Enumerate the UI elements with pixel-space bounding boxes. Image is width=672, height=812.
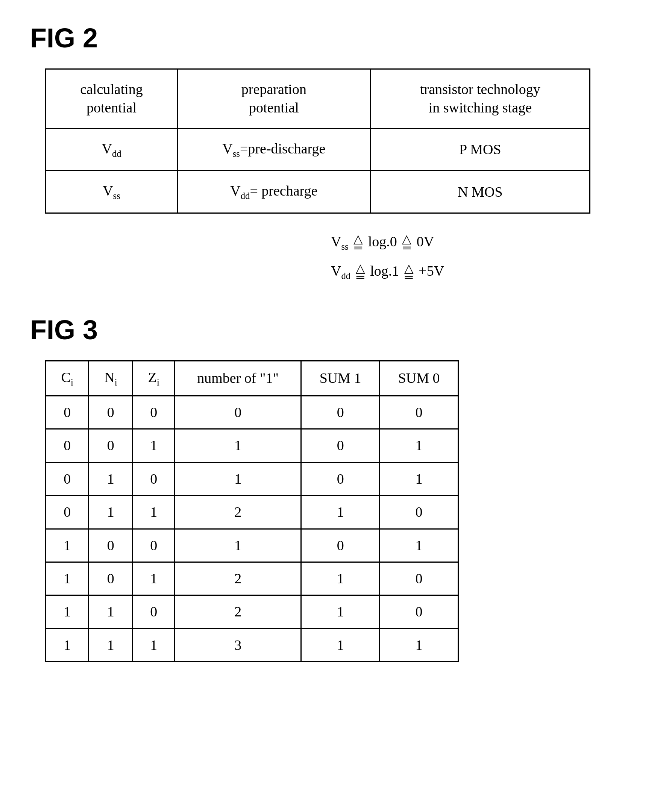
fig3-cell-3-3: 0 [133, 462, 175, 495]
fig3-cell-7-1: 1 [46, 595, 89, 628]
fig3-cell-5-1: 1 [46, 529, 89, 562]
fig3-row-4: 0 1 1 2 1 0 [46, 496, 459, 529]
fig3-cell-2-3: 1 [133, 429, 175, 462]
fig3-section: FIG 3 Ci Ni Zi number of "1" SUM 1 SUM 0… [30, 314, 642, 662]
fig3-cell-5-4: 1 [175, 529, 301, 562]
fig3-row-2: 0 0 1 1 0 1 [46, 429, 459, 462]
fig3-cell-8-1: 1 [46, 628, 89, 662]
fig3-cell-5-2: 0 [89, 529, 133, 562]
fig3-cell-4-1: 0 [46, 496, 89, 529]
fig3-cell-4-2: 1 [89, 496, 133, 529]
fig3-cell-6-2: 0 [89, 562, 133, 595]
fig3-cell-3-1: 0 [46, 462, 89, 495]
fig3-cell-1-3: 0 [133, 396, 175, 429]
fig3-cell-7-4: 2 [175, 595, 301, 628]
triangleq-icon-4: △ ═ [404, 264, 414, 281]
fig3-cell-1-6: 0 [380, 396, 459, 429]
fig3-cell-5-6: 1 [380, 529, 459, 562]
fig3-cell-6-4: 2 [175, 562, 301, 595]
fig2-header-col1: calculatingpotential [46, 69, 177, 129]
fig2-table: calculatingpotential preparationpotentia… [45, 68, 590, 213]
fig3-cell-8-5: 1 [301, 628, 380, 662]
fig3-cell-4-5: 1 [301, 496, 380, 529]
fig3-title: FIG 3 [30, 314, 642, 345]
fig3-cell-1-5: 0 [301, 396, 380, 429]
fig3-cell-2-6: 1 [380, 429, 459, 462]
fig3-cell-2-1: 0 [46, 429, 89, 462]
fig3-cell-4-4: 2 [175, 496, 301, 529]
fig3-cell-8-4: 3 [175, 628, 301, 662]
fig2-title: FIG 2 [30, 22, 642, 53]
fig2-cell-2-3: N MOS [370, 171, 590, 213]
fig3-cell-2-4: 1 [175, 429, 301, 462]
fig3-cell-7-2: 1 [89, 595, 133, 628]
fig3-cell-3-5: 0 [301, 462, 380, 495]
fig2-row-2: Vss Vdd= precharge N MOS [46, 171, 590, 213]
triangleq-icon-3: △ ═ [356, 264, 365, 281]
fig3-cell-7-3: 0 [133, 595, 175, 628]
fig3-cell-5-3: 0 [133, 529, 175, 562]
fig2-note-2-text: Vdd △ ═ log.1 △ ═ +5V [331, 258, 444, 284]
fig2-header-row: calculatingpotential preparationpotentia… [46, 69, 590, 129]
fig2-notes: Vss △ ═ log.0 △ ═ 0V Vdd △ ═ [331, 229, 642, 284]
fig3-header-row: Ci Ni Zi number of "1" SUM 1 SUM 0 [46, 361, 459, 396]
fig2-header-col2: preparationpotential [177, 69, 370, 129]
fig3-cell-3-4: 1 [175, 462, 301, 495]
fig3-header-sum0: SUM 0 [380, 361, 459, 396]
fig3-cell-8-2: 1 [89, 628, 133, 662]
fig3-header-zi: Zi [133, 361, 175, 396]
fig3-header-ci: Ci [46, 361, 89, 396]
fig3-cell-6-5: 1 [301, 562, 380, 595]
fig3-cell-6-6: 0 [380, 562, 459, 595]
triangleq-icon-1: △ ═ [353, 234, 363, 252]
fig3-cell-2-5: 0 [301, 429, 380, 462]
fig2-cell-2-1: Vss [46, 171, 177, 213]
fig3-cell-1-4: 0 [175, 396, 301, 429]
fig3-cell-8-3: 1 [133, 628, 175, 662]
fig2-cell-1-1: Vdd [46, 128, 177, 171]
fig2-cell-2-2: Vdd= precharge [177, 171, 370, 213]
fig3-cell-7-6: 0 [380, 595, 459, 628]
fig3-row-6: 1 0 1 2 1 0 [46, 562, 459, 595]
fig3-cell-6-1: 1 [46, 562, 89, 595]
fig2-header-col3: transistor technologyin switching stage [370, 69, 590, 129]
fig3-cell-4-3: 1 [133, 496, 175, 529]
fig3-cell-3-2: 1 [89, 462, 133, 495]
fig3-cell-3-6: 1 [380, 462, 459, 495]
triangleq-icon-2: △ ═ [402, 234, 411, 252]
fig3-cell-5-5: 0 [301, 529, 380, 562]
fig3-cell-8-6: 1 [380, 628, 459, 662]
fig3-cell-1-2: 0 [89, 396, 133, 429]
fig2-note-2: Vdd △ ═ log.1 △ ═ +5V [331, 258, 642, 284]
fig3-table: Ci Ni Zi number of "1" SUM 1 SUM 0 0 0 0… [45, 360, 459, 662]
fig3-cell-7-5: 1 [301, 595, 380, 628]
fig3-row-1: 0 0 0 0 0 0 [46, 396, 459, 429]
fig3-cell-4-6: 0 [380, 496, 459, 529]
fig3-cell-1-1: 0 [46, 396, 89, 429]
fig3-row-7: 1 1 0 2 1 0 [46, 595, 459, 628]
fig3-header-sum1: SUM 1 [301, 361, 380, 396]
fig2-row-1: Vdd Vss=pre-discharge P MOS [46, 128, 590, 171]
fig3-row-8: 1 1 1 3 1 1 [46, 628, 459, 662]
fig3-cell-6-3: 1 [133, 562, 175, 595]
fig2-note-1-text: Vss △ ═ log.0 △ ═ 0V [331, 229, 434, 255]
fig3-row-5: 1 0 0 1 0 1 [46, 529, 459, 562]
fig3-row-3: 0 1 0 1 0 1 [46, 462, 459, 495]
fig2-cell-1-3: P MOS [370, 128, 590, 171]
fig2-cell-1-2: Vss=pre-discharge [177, 128, 370, 171]
fig3-header-num1: number of "1" [175, 361, 301, 396]
fig3-cell-2-2: 0 [89, 429, 133, 462]
fig2-note-1: Vss △ ═ log.0 △ ═ 0V [331, 229, 642, 255]
fig3-header-ni: Ni [89, 361, 133, 396]
fig2-section: FIG 2 calculatingpotential preparationpo… [30, 22, 642, 284]
